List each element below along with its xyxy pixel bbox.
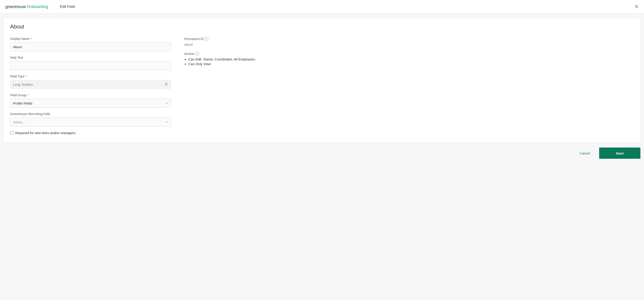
label-text: Field Type: [10, 75, 24, 78]
help-text-label: Help Text: [10, 56, 171, 59]
edit-field-card: About Display Name * Help Text Field T: [3, 17, 641, 143]
page-title: Edit Field: [60, 5, 75, 9]
field-group-value: Profile Fields: [13, 101, 32, 105]
display-name-group: Display Name *: [10, 37, 171, 51]
field-group-select[interactable]: Profile Fields: [10, 99, 171, 108]
app-header: greenhouse Onboarding Edit Field: [0, 0, 644, 13]
svg-rect-2: [165, 84, 167, 85]
info-icon[interactable]: i: [195, 52, 199, 55]
cancel-button[interactable]: Cancel: [577, 149, 593, 157]
help-text-group: Help Text: [10, 56, 171, 70]
logo-secondary: Onboarding: [27, 3, 48, 10]
label-text: Permanent ID: [184, 37, 204, 41]
footer-actions: Cancel Save: [3, 148, 641, 159]
app-logo: greenhouse Onboarding: [6, 3, 54, 10]
close-icon: [634, 4, 639, 9]
save-button[interactable]: Save: [599, 148, 640, 159]
display-name-input[interactable]: [10, 42, 171, 51]
help-text-input[interactable]: [10, 61, 171, 70]
recruiting-field-select[interactable]: Select...: [10, 118, 171, 127]
form-right-column: Permanent ID i about Access i Can Edit: …: [184, 37, 634, 135]
field-type-value: Long Textbox: [13, 83, 33, 86]
access-can-view-key: Can Only View:: [188, 62, 212, 66]
label-text: Display Name: [10, 37, 30, 40]
required-checkbox-row[interactable]: Required for new hires and/or managers: [10, 131, 171, 135]
lock-icon: [164, 82, 168, 86]
field-group-group: Field Group * Profile Fields: [10, 93, 171, 108]
field-type-group: Field Type * Long Textbox: [10, 75, 171, 89]
chevron-down-icon: [166, 101, 168, 105]
field-type-label: Field Type *: [10, 75, 171, 78]
field-type-locked: Long Textbox: [10, 80, 171, 89]
chevron-down-icon: [166, 120, 168, 124]
form-left-column: Display Name * Help Text Field Type *: [10, 37, 171, 135]
field-group-label: Field Group *: [10, 93, 171, 97]
access-label: Access i: [184, 52, 199, 55]
required-checkbox-label: Required for new hires and/or managers: [15, 131, 75, 135]
recruiting-field-group: Greenhouse Recruiting Field Select...: [10, 112, 171, 127]
recruiting-field-placeholder: Select...: [13, 120, 25, 124]
access-list: Can Edit: Owner, Coordinator, All Employ…: [184, 57, 634, 66]
required-mark: *: [26, 75, 27, 78]
label-text: Access: [184, 52, 194, 55]
logo-primary: greenhouse: [6, 3, 26, 10]
required-mark: *: [28, 93, 29, 97]
permanent-id-label: Permanent ID i: [184, 37, 208, 41]
access-can-edit-value: Owner, Coordinator, All Employees: [203, 57, 255, 61]
info-icon[interactable]: i: [204, 37, 208, 41]
recruiting-field-label: Greenhouse Recruiting Field: [10, 112, 171, 116]
access-can-edit-key: Can Edit:: [188, 57, 202, 61]
access-can-edit: Can Edit: Owner, Coordinator, All Employ…: [188, 57, 634, 61]
page-body: About Display Name * Help Text Field T: [0, 13, 644, 300]
label-text: Field Group: [10, 93, 26, 97]
required-mark: *: [31, 37, 32, 40]
access-can-view: Can Only View:: [188, 62, 634, 66]
required-checkbox[interactable]: [10, 131, 14, 135]
close-button[interactable]: [634, 4, 640, 9]
permanent-id-value: about: [184, 42, 634, 46]
card-title: About: [10, 23, 634, 30]
display-name-label: Display Name *: [10, 37, 171, 40]
form-columns: Display Name * Help Text Field Type *: [10, 37, 634, 135]
